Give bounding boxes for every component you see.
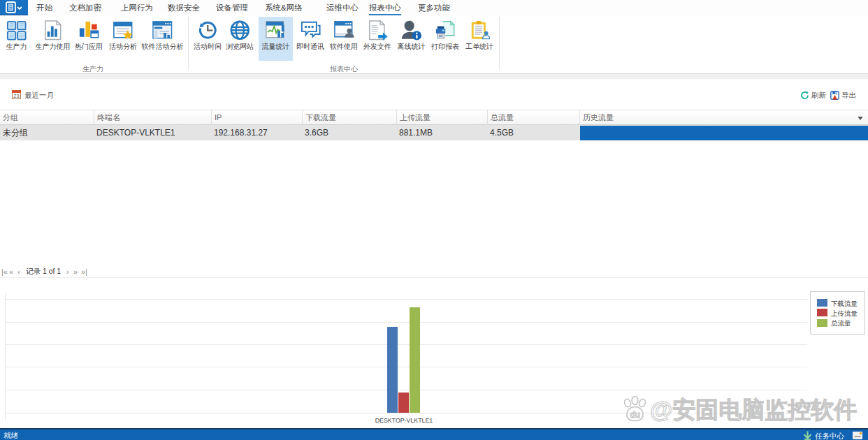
svg-text:du: du <box>630 410 640 420</box>
svg-text:23: 23 <box>13 93 19 99</box>
